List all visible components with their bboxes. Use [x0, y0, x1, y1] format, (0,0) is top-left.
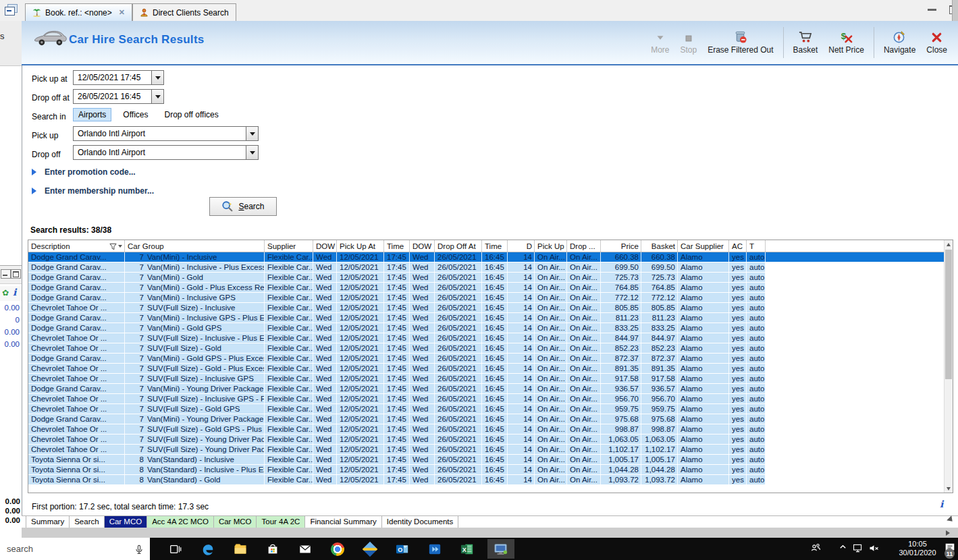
result-row-2[interactable]: Dodge Grand Carav...7Van(Mini) - Inclusi…: [28, 262, 944, 273]
result-row-21[interactable]: Toyota Sienna Or si...8Van(Standard) - I…: [28, 455, 944, 465]
pickup-at-input[interactable]: 12/05/2021 17:45: [73, 70, 164, 85]
basket-button[interactable]: Basket: [788, 28, 824, 57]
result-row-22[interactable]: Toyota Sienna Or si...8Van(Standard) - I…: [28, 465, 944, 475]
bottom-tab-car-mco[interactable]: Car MCO: [105, 516, 148, 528]
column-header-d-9[interactable]: D: [508, 240, 535, 252]
bottom-tab-tour-4a-2c[interactable]: Tour 4A 2C: [257, 516, 305, 528]
result-row-7[interactable]: Dodge Grand Carav...7Van(Mini) - Inclusi…: [28, 313, 944, 323]
column-header-pick-up-at-4[interactable]: Pick Up At: [337, 240, 384, 252]
tabstrip-overflow-icon[interactable]: [947, 515, 957, 526]
taskbar-travel-app-icon[interactable]: [356, 539, 383, 559]
collapse-panel-icon[interactable]: [5, 4, 18, 16]
result-row-1[interactable]: Dodge Grand Carav...7Van(Mini) - Inclusi…: [28, 252, 944, 262]
column-header-dow-6[interactable]: DOW: [410, 240, 435, 252]
scroll-up-icon[interactable]: [944, 240, 953, 249]
bottom-tab-financial-summary[interactable]: Financial Summary: [305, 516, 381, 528]
column-header-car-group-1[interactable]: Car Group: [125, 240, 265, 252]
result-row-10[interactable]: Chevrolet Tahoe Or ...7SUV(Full Size) - …: [28, 343, 944, 354]
result-row-15[interactable]: Chevrolet Tahoe Or ...7SUV(Full Size) - …: [28, 394, 944, 404]
result-row-4[interactable]: Dodge Grand Carav...7Van(Mini) - Gold - …: [28, 283, 944, 293]
search-in-option-airports[interactable]: Airports: [73, 108, 111, 121]
bottom-tab-acc-4a-2c-mco[interactable]: Acc 4A 2C MCO: [147, 516, 214, 528]
taskbar-file-explorer-icon[interactable]: [227, 539, 254, 559]
dropoff-dropdown-icon[interactable]: [246, 146, 258, 159]
promotion-code-expander[interactable]: Enter promotion code...: [32, 167, 136, 177]
column-header-drop-off-at-7[interactable]: Drop Off At: [435, 240, 482, 252]
microphone-icon[interactable]: [134, 544, 144, 555]
taskbar-chrome-icon[interactable]: [324, 539, 351, 559]
pickup-at-dropdown-icon[interactable]: [151, 71, 163, 84]
column-header-car-supplier-14[interactable]: Car Supplier: [678, 240, 729, 252]
result-row-9[interactable]: Chevrolet Tahoe Or ...7SUV(Full Size) - …: [28, 333, 944, 343]
taskbar-power-app-icon[interactable]: [421, 539, 448, 559]
panel-maximize-icon[interactable]: [11, 269, 21, 279]
search-button[interactable]: Search: [209, 197, 277, 216]
column-header-description-0[interactable]: Description: [28, 240, 125, 252]
column-header-t-16[interactable]: T: [747, 240, 766, 252]
scroll-down-icon[interactable]: [944, 484, 953, 493]
column-header-drop-11[interactable]: Drop ...: [567, 240, 601, 252]
result-row-18[interactable]: Chevrolet Tahoe Or ...7SUV(Full Size) - …: [28, 424, 944, 435]
result-row-14[interactable]: Dodge Grand Carav...7Van(Mini) - Young D…: [28, 384, 944, 394]
column-header-time-8[interactable]: Time: [482, 240, 508, 252]
pickup-dropdown-icon[interactable]: [246, 127, 258, 140]
taskbar-task-view-icon[interactable]: [162, 539, 189, 559]
search-in-option-drop-off-offices[interactable]: Drop off offices: [159, 109, 223, 121]
dropoff-combo[interactable]: Orlando Intl Airport: [73, 145, 259, 160]
taskbar-search-box[interactable]: search: [0, 538, 150, 560]
panel-minimize-icon[interactable]: [1, 269, 11, 279]
result-row-16[interactable]: Chevrolet Tahoe Or ...7SUV(Full Size) - …: [28, 404, 944, 414]
result-row-3[interactable]: Dodge Grand Carav...7Van(Mini) - GoldFle…: [28, 273, 944, 283]
result-row-19[interactable]: Chevrolet Tahoe Or ...7SUV(Full Size) - …: [28, 435, 944, 445]
table-vertical-scrollbar[interactable]: [944, 240, 953, 493]
chevron-up-icon[interactable]: [839, 542, 847, 551]
bottom-tab-car-mco[interactable]: Car MCO: [214, 516, 257, 528]
network-icon[interactable]: [852, 542, 863, 554]
taskbar-edge-icon[interactable]: [194, 539, 221, 559]
column-header-dow-3[interactable]: DOW: [313, 240, 337, 252]
window-minimize-icon[interactable]: [928, 9, 936, 11]
result-row-6[interactable]: Chevrolet Tahoe Or ...7SUV(Full Size) - …: [28, 303, 944, 313]
column-header-time-5[interactable]: Time: [384, 240, 410, 252]
result-row-23[interactable]: Toyota Sienna Or si...8Van(Standard) - G…: [28, 475, 944, 485]
tab-close-icon[interactable]: ✕: [119, 8, 125, 17]
taskbar-mail-icon[interactable]: [292, 539, 319, 559]
membership-number-expander[interactable]: Enter membership number...: [32, 186, 154, 196]
horizontal-scrollbar[interactable]: [22, 528, 958, 538]
column-header-price-12[interactable]: Price: [601, 240, 641, 252]
column-header-supplier-2[interactable]: Supplier: [265, 240, 313, 252]
bottom-tab-summary[interactable]: Summary: [26, 516, 70, 528]
result-row-11[interactable]: Dodge Grand Carav...7Van(Mini) - Gold GP…: [28, 354, 944, 364]
tab-book-ref-none[interactable]: Book. ref.: <none>✕: [25, 3, 132, 21]
result-row-8[interactable]: Dodge Grand Carav...7Van(Mini) - Gold GP…: [28, 323, 944, 333]
result-row-20[interactable]: Chevrolet Tahoe Or ...7SUV(Full Size) - …: [28, 445, 944, 455]
column-header-basket-13[interactable]: Basket: [641, 240, 678, 252]
taskbar-outlook-icon[interactable]: O: [389, 539, 416, 559]
dropoff-at-dropdown-icon[interactable]: [151, 90, 163, 103]
status-info-icon[interactable]: i: [940, 499, 943, 509]
result-row-12[interactable]: Chevrolet Tahoe Or ...7SUV(Full Size) - …: [28, 364, 944, 374]
taskbar-active-app-icon[interactable]: [487, 539, 514, 559]
pickup-combo[interactable]: Orlando Intl Airport: [73, 126, 259, 141]
taskbar-excel-icon[interactable]: X: [454, 539, 481, 559]
info-icon[interactable]: i: [13, 287, 16, 298]
taskbar-clock[interactable]: 10:05 30/01/2020: [893, 540, 942, 557]
result-row-5[interactable]: Dodge Grand Carav...7Van(Mini) - Inclusi…: [28, 293, 944, 303]
description-filter-icon[interactable]: [109, 243, 122, 250]
result-row-13[interactable]: Chevrolet Tahoe Or ...7SUV(Full Size) - …: [28, 374, 944, 384]
people-icon[interactable]: [810, 542, 822, 554]
result-row-17[interactable]: Dodge Grand Carav...7Van(Mini) - Young D…: [28, 414, 944, 424]
close-button[interactable]: Close: [921, 28, 953, 57]
column-header-ac-15[interactable]: AC: [729, 240, 747, 252]
scroll-right-icon[interactable]: [942, 528, 953, 538]
tab-direct-clients-search[interactable]: Direct Clients Search: [132, 3, 236, 21]
scrollbar-thumb[interactable]: [945, 250, 952, 379]
column-header-pick-up-10[interactable]: Pick Up: [535, 240, 567, 252]
taskbar-store-icon[interactable]: [259, 539, 286, 559]
erase-filtered-out-button[interactable]: Erase Filtered Out: [702, 28, 778, 57]
bottom-tab-identity-documents[interactable]: Identity Documents: [382, 516, 458, 528]
bottom-tab-search[interactable]: Search: [70, 516, 104, 528]
navigate-button[interactable]: Navigate: [878, 28, 921, 57]
volume-muted-icon[interactable]: [868, 542, 880, 554]
search-in-option-offices[interactable]: Offices: [118, 109, 153, 121]
